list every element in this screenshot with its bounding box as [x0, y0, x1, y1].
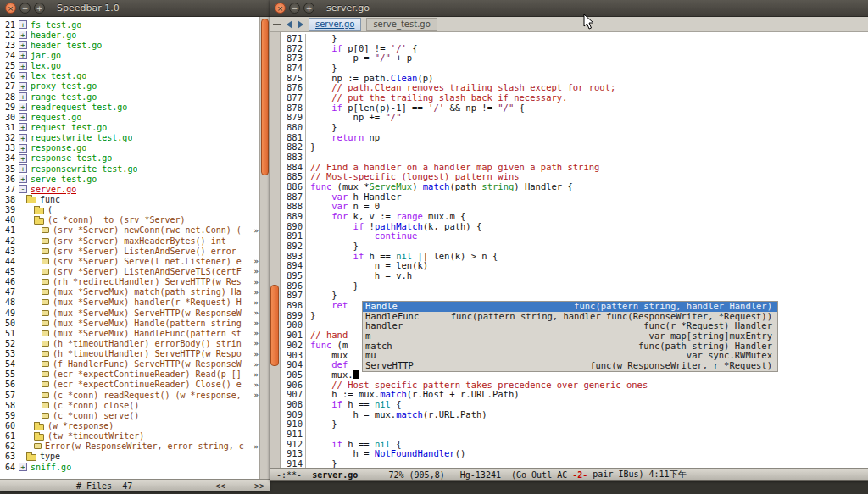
speedbar-titlebar[interactable]: × − + Speedbar 1.0: [0, 0, 270, 17]
tag-icon[interactable]: [42, 402, 49, 408]
scrollbar-thumb[interactable]: [270, 285, 279, 366]
expand-icon[interactable]: +: [19, 103, 27, 111]
speedbar-item-label[interactable]: responsewrite_test.go: [31, 164, 137, 174]
completion-item[interactable]: ServeHTTPfunc(w ResponseWriter, r *Reque…: [363, 361, 777, 371]
expand-icon[interactable]: +: [19, 113, 27, 121]
code-line[interactable]: 897 }: [281, 291, 868, 301]
tag-icon[interactable]: [34, 443, 42, 449]
tag-icon[interactable]: [42, 248, 49, 254]
speedbar-row[interactable]: 24+jar.go: [0, 50, 259, 60]
speedbar-row[interactable]: 21+fs_test.go: [0, 19, 259, 30]
tag-icon[interactable]: [42, 238, 49, 244]
tag-icon[interactable]: [42, 341, 49, 347]
prev-button[interactable]: <<: [215, 481, 225, 491]
speedbar-item-label[interactable]: range_test.go: [31, 92, 97, 102]
code-line[interactable]: 914 }: [281, 459, 868, 468]
code-line[interactable]: 895 h = v.h: [281, 271, 868, 281]
forward-icon[interactable]: [298, 20, 303, 29]
folder-icon[interactable]: [34, 218, 44, 225]
expand-icon[interactable]: +: [19, 82, 27, 91]
close-icon[interactable]: ×: [5, 3, 16, 14]
speedbar-scrollbar[interactable]: [259, 17, 270, 479]
speedbar-row[interactable]: 56(ecr *expectContinueReader) Close() e»: [0, 380, 259, 390]
code-line[interactable]: 882}: [281, 142, 868, 153]
folder-icon[interactable]: [34, 208, 44, 214]
speedbar-item-label[interactable]: (srv *Server) maxHeaderBytes() int: [53, 236, 226, 246]
speedbar-row[interactable]: 25+lex.go: [0, 61, 259, 71]
tag-icon[interactable]: [42, 361, 49, 367]
speedbar-item-label[interactable]: header_test.go: [31, 41, 102, 50]
tag-icon[interactable]: [42, 279, 49, 285]
speedbar-row[interactable]: 47(mux *ServeMux) match(path string) Ha»: [0, 287, 259, 297]
speedbar-row[interactable]: 23+header_test.go: [0, 40, 259, 50]
tag-icon[interactable]: [42, 269, 49, 275]
speedbar-item-label[interactable]: (f HandlerFunc) ServeHTTP(w ResponseW: [53, 359, 242, 369]
tag-icon[interactable]: [42, 299, 49, 305]
tab-serve-test-go[interactable]: serve_test.go: [366, 18, 437, 31]
speedbar-row[interactable]: 57(c *conn) readRequest() (w *response,»: [0, 390, 259, 400]
speedbar-row[interactable]: 34+response_test.go: [0, 153, 259, 164]
code-buffer[interactable]: 871 }872 if p[0] != '/' {873 p = "/" + p…: [281, 32, 868, 468]
expand-icon[interactable]: +: [19, 175, 27, 183]
speedbar-item-label[interactable]: (w *response): [47, 421, 114, 430]
speedbar-item-label[interactable]: (c *conn) to (srv *Server): [47, 215, 186, 225]
folder-icon[interactable]: [26, 197, 36, 203]
speedbar-item-label[interactable]: proxy_test.go: [31, 81, 97, 91]
speedbar-item-label[interactable]: Error(w ResponseWriter, error string, c: [45, 441, 244, 451]
speedbar-row[interactable]: 37-server.go: [0, 184, 259, 194]
speedbar-row[interactable]: 64+sniff.go: [0, 462, 259, 472]
speedbar-row[interactable]: 43(srv *Server) ListenAndServe() error: [0, 246, 259, 256]
speedbar-item-label[interactable]: fs_test.go: [31, 20, 81, 30]
close-icon[interactable]: ×: [275, 3, 286, 14]
speedbar-row[interactable]: 30+request.go: [0, 112, 259, 122]
speedbar-item-label[interactable]: (mux *ServeMux) Handle(pattern string: [53, 319, 242, 328]
speedbar-item-label[interactable]: (h *timeoutHandler) errorBody() strin: [53, 339, 242, 348]
tag-icon[interactable]: [42, 413, 49, 419]
completion-item[interactable]: mvar map[string]muxEntry: [363, 331, 777, 341]
tag-icon[interactable]: [42, 351, 49, 357]
speedbar-item-label[interactable]: type: [40, 452, 60, 461]
folder-icon[interactable]: [34, 424, 44, 430]
speedbar-row[interactable]: 50(mux *ServeMux) Handle(pattern string»: [0, 318, 259, 328]
completion-popup[interactable]: Handlefunc(pattern string, handler Handl…: [362, 301, 778, 372]
speedbar-item-label[interactable]: (c *conn) close(): [53, 401, 139, 410]
tag-icon[interactable]: [42, 330, 49, 336]
tag-icon[interactable]: [42, 392, 49, 398]
speedbar-row[interactable]: 62Error(w ResponseWriter, error string, …: [0, 441, 259, 452]
speedbar-row[interactable]: 41(srv *Server) newConn(rwc net.Conn) (»: [0, 225, 259, 236]
speedbar-item-label[interactable]: (: [47, 205, 53, 214]
scrollbar-thumb[interactable]: [261, 19, 269, 175]
tag-icon[interactable]: [42, 320, 49, 326]
collapse-icon[interactable]: -: [19, 185, 27, 193]
speedbar-item-label[interactable]: (srv *Server) ListenAndServeTLS(certF: [53, 267, 242, 276]
speedbar-item-label[interactable]: response.go: [31, 143, 86, 153]
code-line[interactable]: 891 continue: [281, 231, 868, 241]
speedbar-item-label[interactable]: requestwrite_test.go: [31, 133, 132, 142]
speedbar-row[interactable]: 46(rh *redirectHandler) ServeHTTP(w Res»: [0, 277, 259, 287]
next-button[interactable]: >>: [254, 481, 264, 491]
speedbar-row[interactable]: 40(c *conn) to (srv *Server): [0, 215, 259, 225]
speedbar-item-label[interactable]: jar.go: [31, 51, 61, 60]
code-line[interactable]: 873 p = "/" + p: [281, 53, 868, 64]
speedbar-item-label[interactable]: (mux *ServeMux) handler(r *Request) H: [53, 297, 242, 307]
speedbar-row[interactable]: 59(c *conn) serve(): [0, 410, 259, 420]
speedbar-row[interactable]: 31+request_test.go: [0, 122, 259, 132]
speedbar-row[interactable]: 33+response.go: [0, 143, 259, 153]
speedbar-row[interactable]: 48(mux *ServeMux) handler(r *Request) H»: [0, 297, 259, 308]
speedbar-item-label[interactable]: (rh *redirectHandler) ServeHTTP(w Res: [53, 277, 242, 286]
speedbar-row[interactable]: 45(srv *Server) ListenAndServeTLS(certF»: [0, 266, 259, 276]
speedbar-row[interactable]: 26+lex_test.go: [0, 71, 259, 81]
speedbar-row[interactable]: 49(mux *ServeMux) ServeHTTP(w ResponseW»: [0, 308, 259, 318]
speedbar-item-label[interactable]: (c *conn) serve(): [53, 411, 139, 420]
tag-icon[interactable]: [42, 381, 49, 387]
expand-icon[interactable]: +: [19, 164, 27, 173]
speedbar-row[interactable]: 22+header.go: [0, 30, 259, 40]
speedbar-row[interactable]: 61(tw *timeoutWriter): [0, 431, 259, 441]
tab-server-go[interactable]: server.go: [309, 18, 361, 31]
speedbar-item-label[interactable]: (srv *Server) newConn(rwc net.Conn) (: [53, 225, 242, 235]
speedbar-row[interactable]: 32+requestwrite_test.go: [0, 133, 259, 143]
speedbar-item-label[interactable]: func: [40, 195, 60, 204]
speedbar-item-label[interactable]: serve_test.go: [31, 175, 97, 184]
speedbar-item-label[interactable]: header.go: [31, 31, 76, 40]
code-line[interactable]: 910 }: [281, 419, 868, 430]
